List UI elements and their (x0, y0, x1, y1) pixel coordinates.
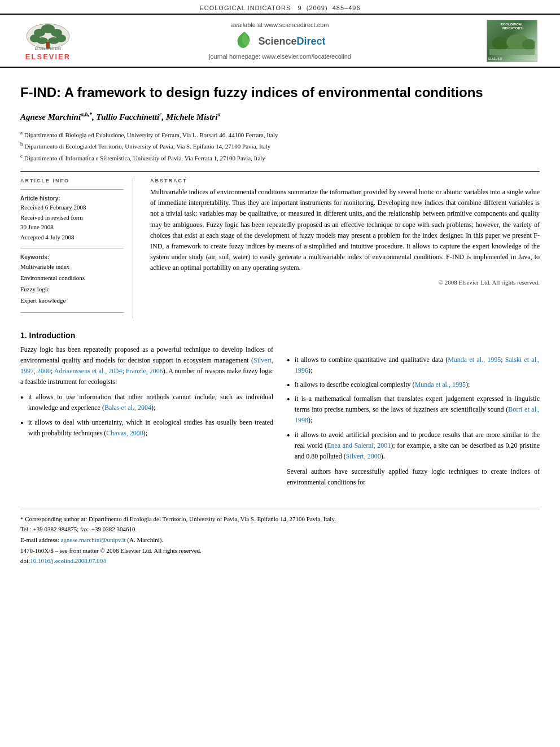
footer: * Corresponding author at: Dipartimento … (20, 509, 540, 566)
footer-corresponding: * Corresponding author at: Dipartimento … (20, 514, 540, 525)
svg-text:ESTABLISHED 1880: ESTABLISHED 1880 (35, 47, 62, 50)
svg-rect-14 (489, 49, 535, 55)
right-column: • it allows to combine quantitative and … (287, 331, 540, 488)
divider-bottom-info (20, 312, 124, 313)
bullet-dot-r2: • (287, 381, 291, 390)
keywords-list: Multivariable index Environmental condit… (20, 261, 124, 306)
received-date: Received 6 February 2008 (20, 203, 124, 213)
page: ECOLOGICAL INDICATORS 9 (2009) 485–496 (0, 0, 560, 747)
available-text: available at www.sciencedirect.com (231, 21, 329, 28)
article-body: F-IND: A framework to design fuzzy indic… (0, 68, 560, 500)
two-column-section: 1. Introduction Fuzzy logic has been rep… (20, 331, 540, 488)
abstract-text: Multivariable indices of environmental c… (150, 187, 540, 274)
bullet-left-2-text: it allows to deal with uncertainty, whic… (28, 417, 273, 439)
sciencedirect-header: available at www.sciencedirect.com Scien… (79, 21, 481, 60)
author3-sup: a (217, 111, 220, 117)
footer-doi: doi:10.1016/j.ecolind.2008.07.004 (20, 556, 540, 566)
bullet-right-1-text: it allows to combine quantitative and qu… (295, 355, 540, 376)
bullet-right-2-text: it allows to describe ecological complex… (295, 379, 470, 390)
keyword-1: Multivariable index (20, 261, 124, 273)
footer-tel: Tel.: +39 0382 984875; fax: +39 0382 304… (20, 524, 540, 535)
ref-enea[interactable]: Enea and Salerni, 2001 (327, 442, 391, 449)
footer-email-label: E-mail address: (20, 536, 59, 543)
affil-b: b Dipartimento di Ecologia del Territori… (20, 140, 540, 151)
divider-info (20, 189, 124, 190)
affil-a: a Dipartimento di Biologia ed Evoluzione… (20, 129, 540, 140)
footer-email-link[interactable]: agnese.marchini@unipv.it (60, 536, 125, 543)
bullet-right-1: • it allows to combine quantitative and … (287, 355, 540, 376)
journal-name: ECOLOGICAL INDICATORS (199, 5, 291, 11)
accepted-date: Accepted 4 July 2008 (20, 233, 124, 243)
author3-name: , Michele Mistri (162, 112, 218, 121)
footer-email-line: E-mail address: agnese.marchini@unipv.it… (20, 535, 540, 545)
author2-name: , Tullio Facchinetti (92, 112, 159, 121)
history-heading: Article history: (20, 195, 124, 202)
ref-munda1[interactable]: Munda et al., 1995 (448, 356, 501, 364)
author1-name: Agnese Marchini (20, 112, 81, 121)
journal-pages: 485–496 (333, 5, 361, 11)
author1-sup: a,b,* (81, 111, 92, 117)
bullet-right-4: • it allows to avoid artificial precisio… (287, 430, 540, 462)
journal-cover: ECOLOGICALINDICATORS ELSEVIER (481, 18, 543, 63)
elsevier-logo-container: ESTABLISHED 1880 ELSEVIER (17, 18, 79, 63)
bullet-right-4-text: it allows to avoid artificial precision … (295, 430, 540, 462)
section1-number: 1. (20, 331, 27, 340)
cover-landscape (489, 32, 535, 55)
sciencedirect-icon (234, 30, 255, 51)
section1-title: Introduction (29, 331, 76, 340)
copyright: © 2008 Elsevier Ltd. All rights reserved… (150, 279, 540, 286)
keyword-4: Expert knowledge (20, 295, 124, 307)
elsevier-brand-text: ELSEVIER (25, 53, 71, 61)
footer-doi-link[interactable]: 10.1016/j.ecolind.2008.07.004 (30, 557, 106, 564)
article-info-heading: ARTICLE INFO (20, 178, 124, 184)
bullet-right-2: • it allows to describe ecological compl… (287, 379, 540, 390)
cover-title: ECOLOGICALINDICATORS (501, 23, 523, 30)
article-info-left: ARTICLE INFO Article history: Received 6… (20, 178, 133, 318)
bullet-right-3-text: it is a mathematical formalism that tran… (295, 394, 540, 426)
footer-email-suffix: (A. Marchini). (126, 536, 164, 543)
ref-franzle[interactable]: Fränzle, 2006 (126, 367, 163, 375)
header-bar: ESTABLISHED 1880 ELSEVIER available at w… (0, 14, 560, 68)
cover-elsevier: ELSEVIER (488, 57, 502, 60)
received-revised-label: Received in revised form (20, 213, 124, 223)
bullet-dot-2: • (20, 419, 25, 428)
journal-volume: 9 (298, 5, 302, 11)
authors-line: Agnese Marchinia,b,*, Tullio Facchinetti… (20, 111, 540, 122)
affiliations-block: a Dipartimento di Biologia ed Evoluzione… (20, 129, 540, 163)
divider-keywords (20, 248, 124, 248)
bullet-list-left: • it allows to use information that othe… (20, 392, 273, 439)
journal-header: ECOLOGICAL INDICATORS 9 (2009) 485–496 (0, 0, 560, 14)
bullet-dot-r4: • (287, 431, 291, 440)
journal-year: 2009 (309, 5, 325, 11)
keywords-heading: Keywords: (20, 254, 124, 260)
sciencedirect-logo: ScienceDirect (234, 30, 325, 51)
affil-c: c Dipartimento di Informatica e Sistemis… (20, 152, 540, 163)
eco-indicators-cover-image: ECOLOGICALINDICATORS ELSEVIER (487, 20, 537, 62)
revised-date: 30 June 2008 (20, 222, 124, 233)
article-title: F-IND: A framework to design fuzzy indic… (20, 84, 540, 101)
sciencedirect-brand: ScienceDirect (258, 33, 325, 48)
ref-salski[interactable]: Salski et al., 1996 (295, 356, 540, 374)
keyword-2: Environmental conditions (20, 273, 124, 284)
ref-balas[interactable]: Balas et al., 2004 (104, 404, 151, 412)
ref-adriaenssens[interactable]: Adriaenssens et al., 2004 (54, 367, 123, 375)
abstract-section: ABSTRACT Multivariable indices of enviro… (150, 178, 540, 318)
journal-homepage-text: journal homepage: www.elsevier.com/locat… (209, 53, 351, 60)
section1-paragraph-right: Several authors have successfully applie… (287, 466, 540, 488)
bullet-list-right: • it allows to combine quantitative and … (287, 355, 540, 462)
left-column: 1. Introduction Fuzzy logic has been rep… (20, 331, 273, 488)
bullet-left-1: • it allows to use information that othe… (20, 392, 273, 413)
keyword-3: Fuzzy logic (20, 284, 124, 295)
ref-chavas[interactable]: Chavas, 2000 (106, 429, 143, 437)
bullet-left-1-text: it allows to use information that other … (28, 392, 273, 413)
bullet-dot-r1: • (287, 356, 291, 365)
section1-paragraph1: Fuzzy logic has been repeatedly proposed… (20, 344, 273, 388)
bullet-dot-r3: • (287, 395, 291, 404)
bullet-right-3: • it is a mathematical formalism that tr… (287, 394, 540, 426)
section1-heading: 1. Introduction (20, 331, 273, 340)
ref-silvert2[interactable]: Silvert, 2000 (346, 452, 381, 460)
ref-munda2[interactable]: Munda et al., 1995 (415, 381, 466, 388)
abstract-heading: ABSTRACT (150, 178, 540, 184)
bullet-left-2: • it allows to deal with uncertainty, wh… (20, 417, 273, 439)
ref-borri[interactable]: Borri et al., 1998 (295, 405, 540, 424)
